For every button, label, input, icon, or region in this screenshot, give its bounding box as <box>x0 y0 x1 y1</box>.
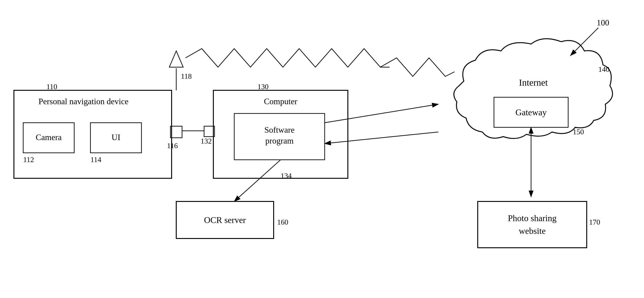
ref-100-label: 100 <box>597 18 609 27</box>
svg-line-8 <box>234 160 280 201</box>
svg-line-7 <box>325 132 438 144</box>
photo-label-1: Photo sharing <box>508 213 556 223</box>
ref-112: 112 <box>23 155 34 164</box>
ref-170: 170 <box>589 218 600 226</box>
wireless-signal <box>186 49 390 67</box>
internet-label: Internet <box>519 77 548 88</box>
software-label-2: program <box>265 136 294 146</box>
ocr-label: OCR server <box>204 215 246 225</box>
ref-118: 118 <box>181 72 192 80</box>
ref-114: 114 <box>90 155 101 164</box>
photo-box <box>478 201 587 248</box>
software-label-1: Software <box>264 125 294 135</box>
ref-134: 134 <box>280 171 292 180</box>
svg-marker-4 <box>169 51 183 67</box>
ref-150: 150 <box>573 128 584 136</box>
computer-label: Computer <box>264 97 297 106</box>
ui-label: UI <box>112 133 120 142</box>
ref-140: 140 <box>598 65 610 73</box>
ref-130: 130 <box>258 82 268 91</box>
pnd-label: Personal navigation device <box>38 97 128 106</box>
svg-line-6 <box>325 104 438 123</box>
ref-110: 110 <box>46 82 57 91</box>
ref-132: 132 <box>200 137 212 145</box>
pnd-connector <box>170 126 182 138</box>
ref-116: 116 <box>167 142 178 150</box>
ref-160: 160 <box>277 218 288 226</box>
photo-label-2: website <box>519 226 546 236</box>
gateway-label: Gateway <box>515 107 546 117</box>
diagram: 100 Personal navigation device Camera UI… <box>0 0 644 298</box>
camera-label: Camera <box>36 133 62 142</box>
